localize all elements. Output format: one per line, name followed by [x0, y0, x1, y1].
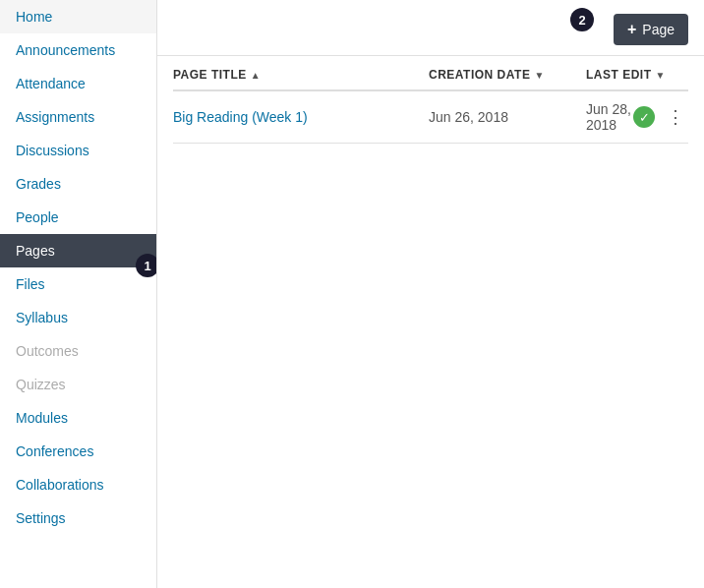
sidebar-item-syllabus[interactable]: Syllabus: [0, 301, 156, 334]
sidebar-item-attendance[interactable]: Attendance: [0, 67, 156, 100]
sidebar-item-collaborations[interactable]: Collaborations: [0, 468, 156, 501]
sidebar-item-pages[interactable]: Pages: [0, 234, 156, 267]
add-page-label: Page: [642, 22, 675, 37]
sidebar-item-files[interactable]: Files: [0, 267, 156, 301]
add-page-button[interactable]: + Page: [614, 14, 688, 45]
sidebar-item-assignments[interactable]: Assignments: [0, 100, 156, 134]
col-header-title[interactable]: PAGE TITLE ▲: [173, 68, 429, 82]
sidebar-item-announcements[interactable]: Announcements: [0, 33, 156, 67]
sidebar-pages-section: Pages1: [0, 234, 156, 267]
sort-title-icon: ▲: [251, 70, 261, 81]
sidebar-item-conferences[interactable]: Conferences: [0, 435, 156, 468]
creation-date-value: Jun 26, 2018: [429, 109, 508, 125]
badge-1: 1: [136, 254, 157, 277]
sidebar-item-settings[interactable]: Settings: [0, 501, 156, 535]
topbar: 2 + Page: [157, 0, 704, 56]
table-header: PAGE TITLE ▲ CREATION DATE ▼ LAST EDIT ▼: [173, 56, 688, 91]
sidebar-item-home[interactable]: Home: [0, 0, 156, 33]
main-content: 2 + Page PAGE TITLE ▲ CREATION DATE ▼ LA…: [157, 0, 704, 588]
row-actions: ✓ ⋮: [633, 104, 688, 130]
cell-last-edit: Jun 28, 2018 ✓ ⋮: [586, 101, 688, 133]
cell-page-title[interactable]: Big Reading (Week 1): [173, 109, 429, 125]
lastedit-date-value: Jun 28, 2018: [586, 101, 633, 133]
row-menu-button[interactable]: ⋮: [663, 104, 688, 130]
badge-2: 2: [570, 8, 594, 31]
col-title-label: PAGE TITLE: [173, 68, 247, 82]
sort-lastedit-icon: ▼: [656, 70, 666, 81]
sidebar-item-quizzes: Quizzes: [0, 368, 156, 401]
page-title-link[interactable]: Big Reading (Week 1): [173, 109, 308, 125]
sidebar-item-people[interactable]: People: [0, 201, 156, 234]
sidebar-item-modules[interactable]: Modules: [0, 401, 156, 435]
pages-table: PAGE TITLE ▲ CREATION DATE ▼ LAST EDIT ▼…: [157, 56, 704, 588]
sort-creation-icon: ▼: [534, 70, 544, 81]
published-check-icon[interactable]: ✓: [633, 106, 655, 128]
sidebar-item-discussions[interactable]: Discussions: [0, 134, 156, 167]
sidebar-item-grades[interactable]: Grades: [0, 167, 156, 201]
col-header-creation[interactable]: CREATION DATE ▼: [429, 68, 586, 82]
col-creation-label: CREATION DATE: [429, 68, 530, 82]
cell-creation-date: Jun 26, 2018: [429, 109, 586, 125]
col-lastedit-label: LAST EDIT: [586, 68, 652, 82]
sidebar-item-outcomes: Outcomes: [0, 334, 156, 368]
plus-icon: +: [627, 21, 636, 38]
table-row: Big Reading (Week 1) Jun 26, 2018 Jun 28…: [173, 91, 688, 144]
sidebar: HomeAnnouncementsAttendanceAssignmentsDi…: [0, 0, 157, 588]
col-header-lastedit[interactable]: LAST EDIT ▼: [586, 68, 688, 82]
